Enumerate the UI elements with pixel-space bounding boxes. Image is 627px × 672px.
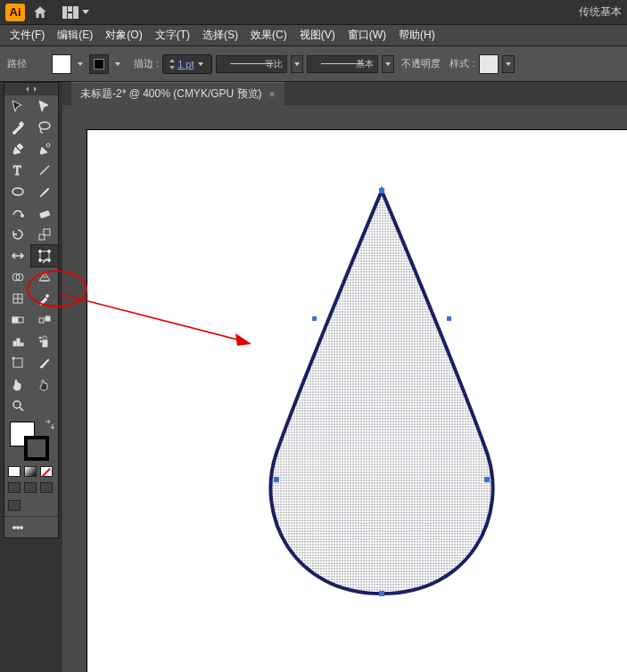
direct-selection-tool[interactable] (31, 95, 58, 117)
eraser-tool[interactable] (31, 202, 58, 224)
menu-object[interactable]: 对象(O) (99, 28, 148, 43)
svg-rect-1 (68, 6, 72, 12)
svg-point-5 (46, 143, 50, 147)
anchor-point[interactable] (379, 188, 384, 193)
chevron-down-icon (82, 10, 89, 14)
tool-placeholder (31, 395, 58, 416)
tools-panel-grip[interactable] (4, 83, 58, 95)
svg-rect-2 (68, 13, 72, 19)
column-graph-tool[interactable] (4, 331, 31, 352)
svg-rect-25 (39, 318, 44, 323)
brush-dropdown[interactable] (382, 55, 394, 73)
shape-builder-tool[interactable] (4, 266, 31, 288)
anchor-point[interactable] (312, 316, 317, 321)
line-segment-tool[interactable] (31, 160, 58, 181)
slice-tool[interactable] (31, 352, 58, 373)
canvas[interactable] (62, 105, 627, 672)
lasso-tool[interactable] (31, 117, 58, 138)
rotate-tool[interactable] (4, 224, 31, 245)
anchor-point[interactable] (274, 477, 279, 482)
menu-select[interactable]: 选择(S) (196, 28, 244, 43)
menu-help[interactable]: 帮助(H) (392, 28, 441, 43)
svg-line-7 (40, 166, 49, 175)
screen-mode-row (4, 498, 58, 516)
stroke-weight-input[interactable]: 1 pt (162, 54, 212, 74)
pen-tool[interactable] (4, 138, 31, 160)
anchor-point[interactable] (484, 477, 490, 482)
color-mode-solid[interactable] (8, 466, 21, 477)
graphic-style-swatch[interactable] (479, 54, 499, 74)
width-tool[interactable] (4, 245, 31, 266)
arrange-documents-button[interactable] (62, 6, 89, 19)
stroke-label: 描边 : (134, 57, 159, 70)
chevron-down-icon (198, 62, 203, 66)
brush-definition[interactable]: 基本 (307, 55, 378, 73)
selection-tool[interactable] (4, 95, 31, 117)
style-dropdown[interactable] (502, 55, 515, 73)
type-tool[interactable]: T (4, 160, 31, 181)
style-label: 样式 : (450, 57, 474, 70)
menu-effect[interactable]: 效果(C) (244, 28, 293, 43)
curvature-tool[interactable] (31, 138, 58, 160)
home-icon[interactable] (32, 4, 48, 20)
menu-edit[interactable]: 编辑(E) (51, 28, 99, 43)
svg-point-39 (17, 527, 20, 529)
draw-normal[interactable] (8, 482, 21, 493)
edit-toolbar[interactable] (4, 517, 31, 538)
shaper-tool[interactable] (4, 202, 31, 224)
document-area: 未标题-2* @ 400% (CMYK/GPU 预览) × (62, 82, 627, 672)
zoom-tool[interactable] (4, 395, 31, 416)
draw-mode-row (4, 480, 58, 498)
gradient-tool[interactable] (4, 309, 31, 331)
anchor-point[interactable] (447, 316, 451, 321)
color-mode-gradient[interactable] (24, 466, 37, 477)
scale-tool[interactable] (31, 224, 58, 245)
svg-point-31 (39, 337, 41, 339)
menu-bar: 文件(F) 编辑(E) 对象(O) 文字(T) 选择(S) 效果(C) 视图(V… (0, 25, 627, 46)
fill-stroke-selector[interactable] (4, 416, 58, 466)
variable-width-profile[interactable]: 等比 (216, 55, 287, 73)
svg-rect-33 (13, 358, 22, 367)
stroke-color-swatch[interactable] (89, 54, 109, 74)
color-mode-none[interactable] (40, 466, 53, 477)
chevron-down-icon[interactable] (78, 62, 83, 66)
chevron-down-icon[interactable] (115, 62, 120, 66)
fill-color-swatch[interactable] (52, 54, 71, 74)
svg-rect-29 (21, 343, 23, 346)
document-tab[interactable]: 未标题-2* @ 400% (CMYK/GPU 预览) × (71, 82, 285, 105)
eyedropper-tool[interactable] (31, 288, 58, 309)
free-transform-tool[interactable] (31, 245, 58, 266)
perspective-grid-tool[interactable] (31, 266, 58, 288)
opacity-label[interactable]: 不透明度 (401, 57, 441, 70)
swap-fill-stroke-icon[interactable] (44, 420, 54, 430)
color-mode-row (4, 466, 58, 480)
profile-dropdown[interactable] (291, 55, 303, 73)
symbol-sprayer-tool[interactable] (31, 331, 58, 352)
anchor-point[interactable] (379, 591, 384, 596)
paintbrush-tool[interactable] (31, 181, 58, 202)
workspace-switcher[interactable]: 传统基本 (579, 4, 622, 20)
svg-point-14 (39, 250, 42, 253)
blend-tool[interactable] (31, 309, 58, 331)
stroke-swatch-large[interactable] (24, 436, 49, 461)
svg-point-36 (13, 401, 21, 408)
draw-behind[interactable] (24, 482, 37, 493)
control-bar: 路径 描边 : 1 pt 等比 基本 不透明度 样式 : (0, 46, 627, 82)
artboard-tool[interactable] (4, 352, 31, 373)
hand-tool[interactable] (4, 373, 31, 395)
ellipse-tool[interactable] (4, 181, 31, 202)
menu-file[interactable]: 文件(F) (4, 28, 51, 43)
stroke-weight-value[interactable]: 1 pt (177, 59, 194, 70)
svg-point-8 (12, 188, 23, 195)
menu-view[interactable]: 视图(V) (293, 28, 342, 43)
close-icon[interactable]: × (269, 88, 276, 101)
teardrop-path[interactable] (248, 185, 516, 604)
screen-mode-button[interactable] (8, 500, 21, 511)
draw-inside[interactable] (40, 482, 53, 493)
menu-window[interactable]: 窗口(W) (342, 28, 392, 43)
menu-type[interactable]: 文字(T) (149, 28, 196, 43)
print-tiling-tool[interactable] (31, 373, 58, 395)
magic-wand-tool[interactable] (4, 117, 31, 138)
svg-point-16 (39, 259, 42, 262)
mesh-tool[interactable] (4, 288, 31, 309)
